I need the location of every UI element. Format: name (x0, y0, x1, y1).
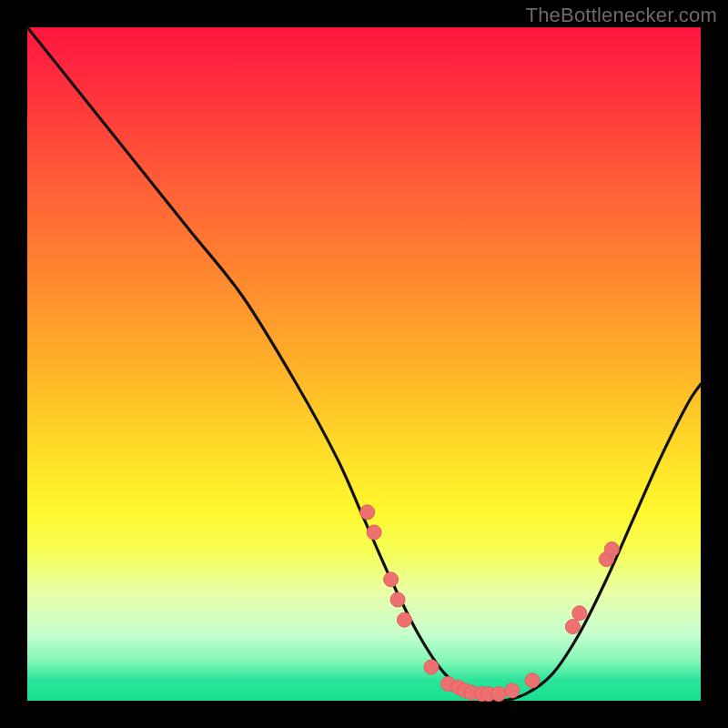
bottleneck-curve (27, 27, 701, 701)
data-point (367, 525, 381, 540)
data-point (491, 687, 506, 702)
data-point (384, 572, 399, 587)
scatter-dots (360, 505, 620, 702)
chart-frame: TheBottlenecker.com (0, 0, 728, 728)
chart-svg (27, 27, 701, 701)
attribution-text: TheBottlenecker.com (526, 4, 717, 27)
data-point (424, 660, 439, 674)
data-point (525, 673, 540, 688)
data-point (505, 683, 520, 698)
data-point (360, 505, 375, 520)
data-point (565, 620, 580, 634)
data-point (604, 542, 619, 557)
data-point (390, 592, 405, 607)
plot-area (27, 27, 701, 701)
data-point (572, 606, 587, 621)
data-point (397, 612, 411, 627)
